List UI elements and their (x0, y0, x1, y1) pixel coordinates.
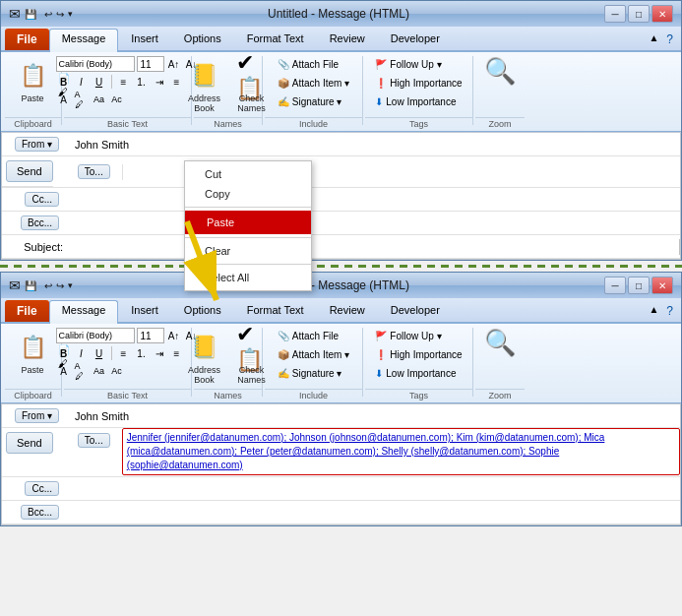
bullets-btn-1[interactable]: ≡ (116, 74, 132, 90)
close-button-1[interactable]: ✕ (651, 5, 673, 23)
subject-label-container-1: Subject: (2, 239, 71, 255)
zoom-btn-2[interactable]: 🔍 (484, 328, 516, 358)
basic-text-label-1: Basic Text (64, 117, 191, 129)
cc-input-2[interactable] (71, 481, 680, 497)
italic-btn-1[interactable]: I (74, 74, 90, 90)
bold-btn-2[interactable]: B (56, 345, 72, 361)
restore-button-2[interactable]: □ (628, 277, 650, 294)
ctx-cut-1[interactable]: Cut (185, 164, 311, 184)
to-button-1[interactable]: To... (78, 164, 110, 179)
font-size-select-2[interactable]: 11 (137, 328, 164, 343)
font-color-btn-2[interactable]: A (56, 363, 72, 379)
window1: ✉ 💾 ↩ ↪ ▾ Untitled - Message (HTML) ─ □ … (0, 0, 682, 261)
restore-button-1[interactable]: □ (628, 5, 650, 23)
follow-up-btn-2[interactable]: 🚩 Follow Up ▾ (370, 328, 446, 344)
follow-up-btn-1[interactable]: 🚩 Follow Up ▾ (370, 56, 446, 73)
tab-review-2[interactable]: Review (317, 300, 378, 322)
quicklaunch-more[interactable]: ▾ (68, 9, 73, 19)
zoom-btn-1[interactable]: 🔍 (484, 56, 516, 87)
italic-btn-2[interactable]: I (74, 345, 90, 361)
attach-file-btn-1[interactable]: 📎 Attach File (273, 56, 343, 73)
low-importance-btn-1[interactable]: ⬇ Low Importance (370, 93, 461, 110)
clear-fmt-btn-2[interactable]: Ac (109, 363, 125, 379)
quicklaunch-save-2[interactable]: 💾 (25, 280, 36, 291)
highlight-btn-2[interactable]: A🖊 (74, 363, 90, 379)
tab-insert-1[interactable]: Insert (118, 29, 171, 50)
quicklaunch-redo[interactable]: ↪ (56, 9, 64, 20)
grow-font-btn-2[interactable]: A↑ (166, 328, 182, 343)
minimize-button-2[interactable]: ─ (604, 277, 626, 294)
address-book-btn-1[interactable]: 📒 AddressBook (183, 56, 226, 117)
close-button-2[interactable]: ✕ (651, 277, 673, 294)
quicklaunch-save[interactable]: 💾 (25, 9, 36, 20)
highlight-btn-1[interactable]: A🖊 (74, 92, 90, 107)
bcc-input-2[interactable] (71, 505, 680, 521)
collapse-ribbon-icon[interactable]: ▲ (645, 29, 662, 50)
high-importance-btn-1[interactable]: ❗ High Importance (370, 75, 466, 92)
styles-btn-1[interactable]: Aa (92, 92, 107, 107)
quicklaunch-more-2[interactable]: ▾ (68, 280, 73, 290)
send-button-2[interactable]: Send (6, 432, 53, 454)
attach-item-btn-2[interactable]: 📦 Attach Item ▾ (273, 346, 354, 363)
address-book-btn-2[interactable]: 📒 AddressBook (183, 328, 226, 389)
signature-btn-2[interactable]: ✍ Signature ▾ (273, 365, 347, 382)
minimize-button-1[interactable]: ─ (604, 5, 626, 23)
to-recipients-field-2[interactable]: Jennifer (jennifer@datanumen.com); Johns… (122, 428, 680, 475)
font-size-val-1: 11 (141, 59, 152, 70)
quicklaunch-redo-2[interactable]: ↪ (56, 280, 64, 291)
send-button-1[interactable]: Send (6, 160, 53, 182)
attach-item-btn-1[interactable]: 📦 Attach Item ▾ (273, 75, 354, 92)
tab-message-2[interactable]: Message (49, 300, 119, 324)
bcc-button-1[interactable]: Bcc... (21, 216, 59, 230)
bold-btn-1[interactable]: B (56, 74, 72, 90)
tab-options-1[interactable]: Options (171, 29, 234, 50)
tab-developer-1[interactable]: Developer (378, 29, 453, 50)
indent-btn-1[interactable]: ⇥ (152, 74, 167, 90)
clear-fmt-btn-1[interactable]: Ac (109, 92, 125, 107)
quicklaunch-undo[interactable]: ↩ (44, 9, 52, 20)
tab-developer-2[interactable]: Developer (378, 300, 453, 322)
zoom-group-1: 🔍 Zoom (475, 56, 525, 125)
styles-btn-2[interactable]: Aa (92, 363, 107, 379)
help-icon-2[interactable]: ? (662, 300, 677, 322)
quicklaunch-undo-2[interactable]: ↩ (44, 280, 52, 291)
bcc-button-2[interactable]: Bcc... (21, 505, 59, 520)
tab-file-1[interactable]: File (5, 29, 49, 50)
numbering-btn-1[interactable]: 1. (134, 74, 150, 90)
indent-btn-2[interactable]: ⇥ (152, 345, 167, 361)
tab-review-1[interactable]: Review (317, 29, 378, 50)
font-size-select-1[interactable]: 11 (137, 56, 164, 72)
attach-file-btn-2[interactable]: 📎 Attach File (273, 328, 343, 344)
tab-message-1[interactable]: Message (49, 29, 119, 52)
cc-button-2[interactable]: Cc... (25, 481, 59, 496)
tab-format-1[interactable]: Format Text (234, 29, 317, 50)
paste-button-2[interactable]: 📋 Paste (11, 328, 54, 379)
grow-font-btn-1[interactable]: A↑ (166, 56, 182, 72)
window2: ✉ 💾 ↩ ↪ ▾ Untitled - Message (HTML) ─ □ … (0, 272, 682, 526)
font-name-select-2[interactable]: Calibri (Body) (56, 328, 135, 343)
window-title-1: Untitled - Message (HTML) (268, 7, 409, 21)
underline-btn-1[interactable]: U (92, 74, 107, 90)
clipboard-label-2: Clipboard (5, 389, 61, 400)
check-names-icon-1: ✔📋 (236, 60, 268, 92)
ctx-copy-1[interactable]: Copy (185, 184, 311, 204)
font-color-btn-1[interactable]: A (56, 92, 72, 107)
tags-label-1: Tags (365, 117, 472, 129)
to-button-2[interactable]: To... (78, 433, 110, 448)
from-button-2[interactable]: From ▾ (15, 408, 59, 423)
bullets-btn-2[interactable]: ≡ (116, 345, 132, 361)
underline-btn-2[interactable]: U (92, 345, 107, 361)
high-importance-btn-2[interactable]: ❗ High Importance (370, 346, 466, 363)
to-row-wrapper-1: Send To... Cut Copy Paste Clear Select A… (2, 156, 680, 188)
paste-button-1[interactable]: 📋 Paste (11, 56, 54, 107)
numbering-btn-2[interactable]: 1. (134, 345, 150, 361)
cc-button-1[interactable]: Cc... (25, 192, 59, 207)
signature-btn-1[interactable]: ✍ Signature ▾ (273, 93, 347, 110)
low-importance-btn-2[interactable]: ⬇ Low Importance (370, 365, 461, 382)
help-icon[interactable]: ? (662, 29, 677, 50)
from-button-1[interactable]: From ▾ (15, 137, 59, 152)
collapse-ribbon-icon-2[interactable]: ▲ (645, 300, 662, 322)
tab-file-2[interactable]: File (5, 300, 49, 322)
app-icon-2: ✉ (9, 277, 21, 293)
font-name-select-1[interactable]: Calibri (Body) (56, 56, 135, 72)
